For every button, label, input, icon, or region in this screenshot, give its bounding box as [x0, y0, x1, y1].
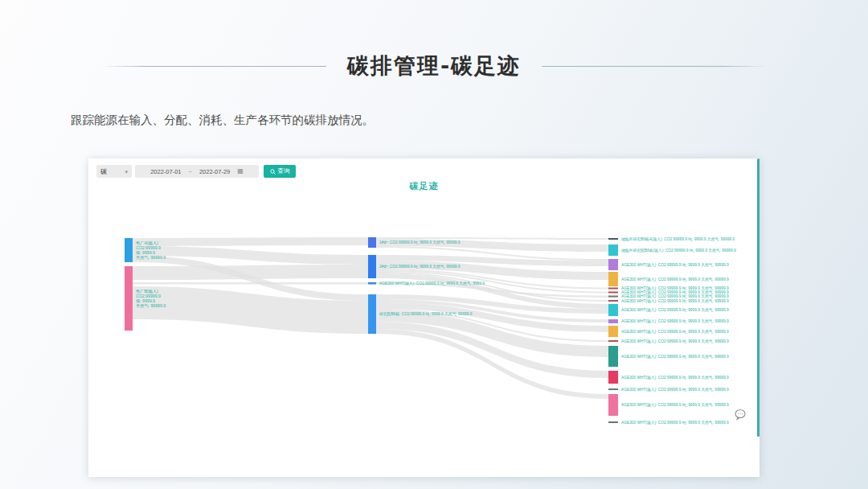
chat-bubble-icon[interactable]: [734, 409, 747, 421]
sankey-node-label: 天然气: 99999.9: [136, 255, 166, 260]
sankey-node-label: AGE300 WHT(输入): CO2:99999.9 吨; 9999.9 天然…: [621, 355, 729, 360]
sankey-node-R12[interactable]: [608, 340, 618, 342]
sankey-node-label: 天然气: 99999.9: [136, 303, 166, 308]
sankey-node-label: 2#炉: CO2:99999.9 吨; 9999.9 天然气: 99999.9: [379, 264, 461, 269]
sankey-node-R10[interactable]: [608, 319, 618, 323]
sankey-node-label: 储能所研究B6栋A(输入): CO2:99999.9 吨; 9999.9 天然气…: [620, 236, 735, 242]
title-rule-right: [542, 66, 767, 67]
sankey-node-label: 煤: 9999.9: [136, 298, 155, 303]
select-value: 碳: [100, 167, 107, 176]
sankey-node-label: AGE300 WHT(输入): CO2:99999.9 吨; 9999.9 天然…: [621, 263, 729, 268]
sankey-flow: [133, 237, 368, 246]
sankey-flow: [133, 265, 368, 280]
sankey-node-label: AGE300 WHT(输入): CO2:99999.9 吨; 9999.9 天然…: [621, 403, 729, 408]
sankey-node-R16[interactable]: [608, 394, 618, 416]
sankey-node-label: 研究院B6栋: CO2:99999.9 吨; 9999.9 天然气: 99999…: [379, 311, 473, 317]
sankey-node-R11[interactable]: [608, 326, 618, 337]
sankey-node-label: 1#炉: CO2:99999.9 吨; 9999.9 天然气: 99999.9: [379, 240, 461, 244]
sankey-node-label: 储能所研究院B6栋(输入): CO2:99999.9 吨; 9999.9 天然气…: [620, 248, 736, 253]
scrollbar[interactable]: [757, 158, 760, 437]
app-screenshot-card: 电厂A(输入)CO2:99999.9煤: 9999.9天然气: 99999.9电…: [88, 158, 760, 477]
chevron-down-icon: ▾: [125, 169, 128, 175]
sankey-node-label: AGE300 WHT(输入): CO2:99999.9 吨; 9999.9 天然…: [621, 421, 729, 425]
sankey-node-label: AGE300 WHT(输入): CO2:99999.9 吨; 9999.9 天然…: [621, 308, 729, 313]
page-subtitle: 跟踪能源在输入、分配、消耗、生产各环节的碳排放情况。: [71, 113, 374, 128]
calendar-icon: ▦: [237, 168, 244, 175]
sankey-node-R15[interactable]: [608, 388, 618, 390]
date-end-value: 2022-07-29: [199, 168, 230, 175]
sankey-node-R7[interactable]: [608, 296, 618, 298]
slide-background: 碳排管理-碳足迹 跟踪能源在输入、分配、消耗、生产各环节的碳排放情况。 电厂A(…: [0, 0, 868, 489]
sankey-node-R6[interactable]: [608, 292, 618, 294]
sankey-node-label: AGE300 WHT(输入): CO2:99999.9 吨; 9999.9 天然…: [621, 277, 729, 282]
sankey-node-label: AGE300 WHT(输入): CO2:99999.9 吨; 9999.9 天然…: [621, 376, 729, 380]
sankey-node-R13[interactable]: [608, 346, 618, 367]
sankey-node-R9[interactable]: [608, 304, 618, 316]
search-icon: [270, 169, 276, 175]
chart-title: 碳足迹: [88, 180, 760, 192]
page-title: 碳排管理-碳足迹: [347, 51, 521, 80]
sankey-node-label: AGE300 WHT(输入): CO2:99999.9 吨; 9999.9 天然…: [621, 299, 729, 304]
sankey-diagram: 电厂A(输入)CO2:99999.9煤: 9999.9天然气: 99999.9电…: [88, 158, 760, 477]
sankey-node-label: CO2:99999.9: [136, 294, 161, 298]
sankey-node-label: CO2:99999.9: [136, 245, 161, 250]
date-range-picker[interactable]: 2022-07-01 ~ 2022-07-29 ▦: [135, 165, 259, 178]
sankey-node-M1[interactable]: [368, 237, 376, 248]
sankey-node-R14[interactable]: [608, 371, 618, 384]
sankey-node-M4[interactable]: [368, 294, 376, 334]
sankey-node-L2[interactable]: [125, 266, 133, 331]
sankey-node-R5[interactable]: [608, 288, 618, 290]
query-button[interactable]: 查询: [264, 165, 296, 178]
sankey-node-M3[interactable]: [368, 282, 376, 285]
sankey-flow: [133, 282, 368, 285]
sankey-node-R4[interactable]: [608, 272, 618, 286]
sankey-node-label: 煤: 9999.9: [136, 250, 155, 255]
query-button-label: 查询: [278, 167, 290, 175]
sankey-node-M2[interactable]: [368, 255, 376, 278]
sankey-node-R3[interactable]: [608, 259, 618, 270]
sankey-node-R8[interactable]: [608, 300, 618, 302]
sankey-node-L1[interactable]: [125, 238, 133, 262]
sankey-node-label: AGE300 WHT(输入): CO2:99999.9 吨; 9999.9 天然…: [621, 330, 729, 335]
sankey-node-label: AGE300 WHT(输入): CO2:99999.9 吨; 9999.9 天然…: [621, 319, 729, 324]
title-row: 碳排管理-碳足迹: [0, 51, 868, 80]
date-start-value: 2022-07-01: [150, 168, 181, 175]
sankey-node-R2[interactable]: [608, 244, 618, 256]
sankey-node-label: AGE300 WHT(输入): CO2:99999.9 吨; 9999.9 天然…: [621, 339, 729, 344]
sankey-node-R17[interactable]: [608, 421, 618, 423]
title-rule-left: [101, 66, 326, 67]
date-separator: ~: [189, 168, 192, 175]
sankey-node-R1[interactable]: [608, 238, 618, 240]
sankey-node-label: AGE300 WHT(输入): CO2:99999.9 吨; 9999.9 天然…: [621, 388, 729, 392]
energy-type-select[interactable]: 碳 ▾: [96, 165, 132, 178]
